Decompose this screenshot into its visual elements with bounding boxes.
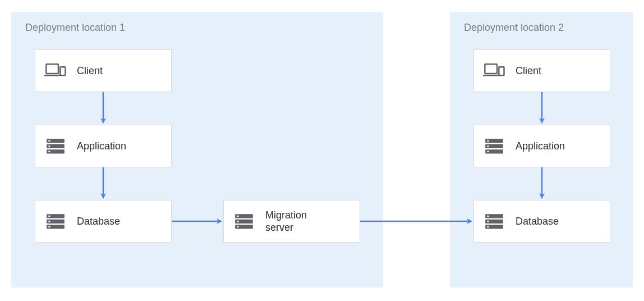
svg-rect-6	[48, 140, 50, 142]
server-icon	[232, 209, 256, 234]
svg-rect-33	[487, 216, 489, 217]
svg-rect-21	[485, 64, 497, 74]
node-db-1-label: Database	[77, 215, 120, 228]
server-icon	[482, 134, 507, 158]
svg-rect-29	[487, 151, 489, 152]
svg-rect-0	[46, 64, 58, 74]
zone-title-2: Deployment location 2	[464, 22, 564, 34]
server-icon	[43, 209, 68, 234]
node-client-2: Client	[473, 49, 610, 92]
node-db-2: Database	[473, 200, 610, 243]
node-app-1: Application	[35, 125, 172, 167]
svg-rect-12	[48, 216, 50, 217]
svg-rect-19	[237, 221, 238, 222]
devices-icon	[43, 58, 68, 83]
svg-rect-34	[487, 221, 489, 222]
svg-rect-2	[60, 67, 65, 75]
node-db-1: Database	[35, 200, 172, 243]
server-icon	[43, 134, 68, 158]
node-app-2-label: Application	[516, 140, 565, 153]
svg-rect-28	[487, 145, 489, 147]
node-client-2-label: Client	[516, 65, 541, 77]
server-icon	[482, 209, 507, 234]
svg-rect-23	[499, 67, 504, 75]
svg-rect-13	[48, 221, 50, 222]
svg-rect-35	[487, 226, 489, 227]
devices-icon	[482, 58, 507, 83]
svg-rect-20	[237, 226, 238, 227]
svg-rect-27	[487, 140, 489, 142]
node-client-1-label: Client	[77, 65, 103, 77]
node-migration: Migration server	[223, 200, 360, 243]
node-app-2: Application	[473, 125, 610, 167]
node-migration-label: Migration server	[265, 209, 307, 234]
svg-rect-8	[48, 151, 50, 152]
svg-rect-7	[48, 145, 50, 147]
node-app-1-label: Application	[77, 140, 126, 153]
node-client-1: Client	[35, 49, 172, 92]
zone-title-1: Deployment location 1	[25, 22, 125, 34]
svg-rect-18	[237, 216, 238, 217]
node-db-2-label: Database	[516, 215, 559, 228]
svg-rect-14	[48, 226, 50, 227]
